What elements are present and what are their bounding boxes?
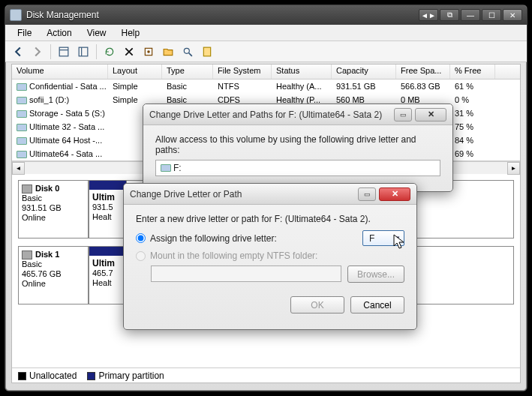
titlebar-restore[interactable]: ⧉ — [440, 9, 459, 21]
menu-action[interactable]: Action — [39, 26, 79, 40]
app-icon — [10, 9, 22, 21]
search-button[interactable] — [179, 44, 196, 60]
mount-folder-radio[interactable] — [136, 251, 146, 261]
legend-unallocated: Unallocated — [29, 370, 77, 381]
col-type[interactable]: Type — [162, 64, 213, 79]
col-filesystem[interactable]: File System — [213, 64, 272, 79]
col-status[interactable]: Status — [272, 64, 332, 79]
dialog1-title: Change Drive Letter and Paths for F: (Ul… — [149, 110, 394, 120]
titlebar-nav-left[interactable]: ◄► — [419, 9, 438, 21]
scroll-left[interactable]: ◄ — [12, 162, 25, 175]
change-letter-dialog: Change Drive Letter or Path ▭ ✕ Enter a … — [123, 183, 417, 330]
mount-path-input — [151, 266, 341, 282]
current-path: F: — [173, 163, 182, 173]
col-pctfree[interactable]: % Free — [450, 64, 495, 79]
grid-header: Volume Layout Type File System Status Ca… — [12, 64, 520, 80]
col-layout[interactable]: Layout — [108, 64, 162, 79]
svg-rect-8 — [203, 47, 210, 56]
browse-button[interactable]: Browse... — [347, 266, 404, 283]
properties-button[interactable] — [140, 44, 157, 60]
menubar: File Action View Help — [5, 25, 527, 41]
dialog2-titlebar[interactable]: Change Drive Letter or Path ▭ ✕ — [124, 184, 416, 205]
scroll-right[interactable]: ► — [507, 162, 520, 175]
legend-primary: Primary partition — [98, 370, 164, 381]
refresh-button[interactable] — [101, 44, 118, 60]
drive-letter-combo[interactable]: F ▼ — [362, 230, 404, 246]
assign-letter-label: Assign the following drive letter: — [150, 233, 277, 244]
disk-label: Disk 0Basic931.51 GBOnline — [18, 180, 89, 238]
window-title: Disk Management — [26, 10, 419, 20]
help-button[interactable] — [199, 44, 215, 60]
drive-icon — [161, 164, 171, 172]
menu-file[interactable]: File — [10, 26, 39, 40]
svg-point-5 — [147, 50, 150, 53]
col-free[interactable]: Free Spa... — [396, 64, 450, 79]
disk-label: Disk 1Basic465.76 GBOnline — [18, 246, 89, 304]
mount-folder-label: Mount in the following empty NTFS folder… — [150, 250, 317, 261]
col-volume[interactable]: Volume — [12, 64, 108, 79]
assign-letter-option[interactable]: Assign the following drive letter: F ▼ — [136, 230, 404, 246]
ok-button[interactable]: OK — [290, 296, 344, 314]
maximize-button[interactable]: ☐ — [482, 9, 501, 21]
svg-rect-2 — [79, 47, 88, 56]
forward-button[interactable] — [29, 44, 46, 60]
back-button[interactable] — [10, 44, 26, 60]
menu-help[interactable]: Help — [114, 26, 148, 40]
open-button[interactable] — [160, 44, 176, 60]
view-detail-button[interactable] — [75, 44, 92, 60]
close-button[interactable]: ✕ — [503, 9, 522, 21]
svg-line-7 — [189, 52, 192, 56]
cancel-button[interactable]: Cancel — [350, 296, 404, 314]
svg-point-6 — [184, 48, 189, 53]
menu-view[interactable]: View — [80, 26, 114, 40]
dialog2-instruction: Enter a new drive letter or path for F: … — [136, 214, 404, 224]
dialog2-title: Change Drive Letter or Path — [130, 189, 358, 200]
table-row[interactable]: Confidential - Sata ...SimpleBasicNTFSHe… — [12, 80, 520, 93]
paths-list[interactable]: F: — [155, 160, 440, 176]
dialog1-close-button[interactable]: ✕ — [415, 108, 446, 122]
chevron-down-icon: ▼ — [395, 235, 401, 242]
change-paths-dialog: Change Drive Letter and Paths for F: (Ul… — [143, 104, 453, 192]
dialog1-titlebar[interactable]: Change Drive Letter and Paths for F: (Ul… — [143, 104, 452, 125]
dialog2-help-button[interactable]: ▭ — [358, 188, 376, 201]
dialog1-instruction: Allow access to this volume by using the… — [155, 134, 440, 155]
dialog1-help-button[interactable]: ▭ — [394, 108, 412, 122]
delete-button[interactable] — [121, 44, 137, 60]
view-list-button[interactable] — [56, 44, 72, 60]
legend: Unallocated Primary partition — [12, 368, 520, 382]
mount-folder-option[interactable]: Mount in the following empty NTFS folder… — [136, 250, 404, 261]
svg-rect-0 — [59, 47, 68, 56]
toolbar — [5, 41, 527, 62]
titlebar[interactable]: Disk Management ◄► ⧉ — ☐ ✕ — [5, 5, 527, 25]
assign-letter-radio[interactable] — [136, 233, 146, 243]
minimize-button[interactable]: — — [461, 9, 480, 21]
dialog2-close-button[interactable]: ✕ — [379, 188, 410, 201]
drive-letter-value: F — [369, 233, 374, 244]
col-capacity[interactable]: Capacity — [332, 64, 396, 79]
